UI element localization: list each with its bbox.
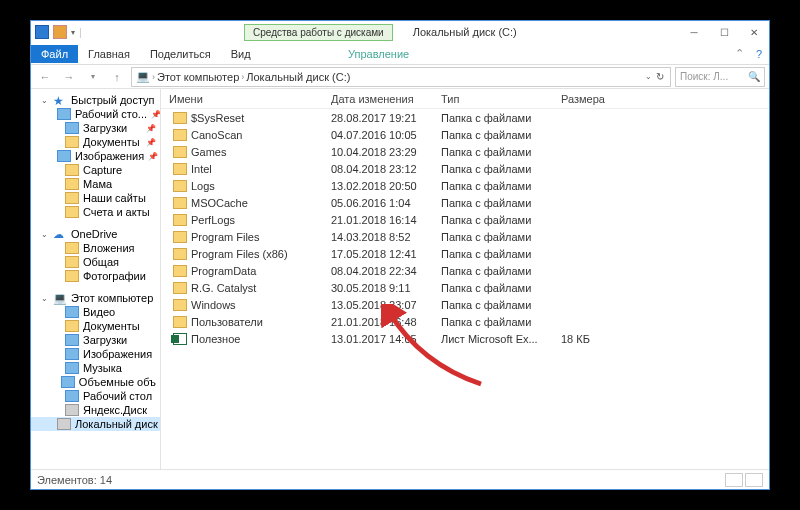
sidebar-item-label: Рабочий сто... (75, 108, 147, 120)
minimize-button[interactable]: ─ (679, 21, 709, 43)
ribbon-collapse-icon[interactable]: ⌃ (729, 44, 749, 64)
sidebar-group[interactable]: ⌄💻Этот компьютер (31, 291, 160, 305)
refresh-icon[interactable]: ↻ (654, 71, 666, 82)
table-row[interactable]: MSOCache05.06.2016 1:04Папка с файлами (161, 194, 769, 211)
column-date[interactable]: Дата изменения (331, 93, 441, 105)
file-list[interactable]: $SysReset28.08.2017 19:21Папка с файлами… (161, 109, 769, 469)
sidebar-item-label: Объемные объ (79, 376, 156, 388)
sidebar-item[interactable]: Музыка (31, 361, 160, 375)
folder-icon (65, 320, 79, 332)
properties-icon[interactable] (35, 25, 49, 39)
table-row[interactable]: Program Files (x86)17.05.2018 12:41Папка… (161, 245, 769, 262)
sidebar-item[interactable]: Вложения (31, 241, 160, 255)
expand-icon[interactable]: ⌄ (41, 96, 49, 105)
sidebar-item[interactable]: Изображения (31, 347, 160, 361)
sidebar-item[interactable]: Локальный диск (31, 417, 160, 431)
sidebar[interactable]: ⌄★Быстрый доступРабочий сто...📌Загрузки📌… (31, 89, 161, 469)
sidebar-item-label: Документы (83, 136, 140, 148)
sidebar-item[interactable]: Загрузки📌 (31, 121, 160, 135)
file-name: $SysReset (191, 112, 244, 124)
sidebar-item[interactable]: Capture (31, 163, 160, 177)
table-row[interactable]: $SysReset28.08.2017 19:21Папка с файлами (161, 109, 769, 126)
ribbon-context-tab[interactable]: Средства работы с дисками (244, 24, 393, 41)
sidebar-item-label: Изображения (83, 348, 152, 360)
sidebar-item[interactable]: Документы (31, 319, 160, 333)
sidebar-item[interactable]: Общая (31, 255, 160, 269)
sidebar-item-label: Видео (83, 306, 115, 318)
sidebar-item-label: Рабочий стол (83, 390, 152, 402)
table-row[interactable]: Intel08.04.2018 23:12Папка с файлами (161, 160, 769, 177)
close-button[interactable]: ✕ (739, 21, 769, 43)
sidebar-group[interactable]: ⌄☁OneDrive (31, 227, 160, 241)
file-type: Папка с файлами (441, 129, 561, 141)
sidebar-item[interactable]: Рабочий сто...📌 (31, 107, 160, 121)
sidebar-item[interactable]: Видео (31, 305, 160, 319)
tab-view[interactable]: Вид (221, 45, 261, 63)
column-size[interactable]: Размера (561, 93, 631, 105)
maximize-button[interactable]: ☐ (709, 21, 739, 43)
tab-file[interactable]: Файл (31, 45, 78, 63)
blue-icon (65, 362, 79, 374)
pin-icon: 📌 (146, 138, 156, 147)
blue-icon (65, 348, 79, 360)
folder-icon (173, 299, 187, 311)
sidebar-item[interactable]: Мама (31, 177, 160, 191)
table-row[interactable]: PerfLogs21.01.2018 16:14Папка с файлами (161, 211, 769, 228)
sidebar-group[interactable]: ⌄★Быстрый доступ (31, 93, 160, 107)
file-type: Папка с файлами (441, 265, 561, 277)
sidebar-item[interactable]: Изображения📌 (31, 149, 160, 163)
search-input[interactable]: Поиск: Л... 🔍 (675, 67, 765, 87)
column-name[interactable]: Имени (161, 93, 331, 105)
column-type[interactable]: Тип (441, 93, 561, 105)
sidebar-item[interactable]: Яндекс.Диск (31, 403, 160, 417)
sidebar-item-label: Вложения (83, 242, 135, 254)
expand-icon[interactable]: ⌄ (41, 230, 49, 239)
titlebar: ▾ | Средства работы с дисками Локальный … (31, 21, 769, 43)
table-row[interactable]: R.G. Catalyst30.05.2018 9:11Папка с файл… (161, 279, 769, 296)
sidebar-item-label: Музыка (83, 362, 122, 374)
sidebar-item-label: Изображения (75, 150, 144, 162)
tab-share[interactable]: Поделиться (140, 45, 221, 63)
tab-manage[interactable]: Управление (338, 45, 419, 63)
qat-dropdown-icon[interactable]: ▾ (71, 28, 75, 37)
sidebar-item[interactable]: Рабочий стол (31, 389, 160, 403)
sidebar-item[interactable]: Наши сайты (31, 191, 160, 205)
address-bar[interactable]: 💻 › Этот компьютер › Локальный диск (C:)… (131, 67, 671, 87)
recent-dropdown-icon[interactable]: ▾ (83, 67, 103, 87)
back-button[interactable]: ← (35, 67, 55, 87)
help-icon[interactable]: ? (749, 44, 769, 64)
table-row[interactable]: Program Files14.03.2018 8:52Папка с файл… (161, 228, 769, 245)
chevron-right-icon[interactable]: › (241, 72, 244, 82)
table-row[interactable]: CanoScan04.07.2016 10:05Папка с файлами (161, 126, 769, 143)
details-view-button[interactable] (725, 473, 743, 487)
breadcrumb-drive-c[interactable]: Локальный диск (C:) (246, 71, 350, 83)
sidebar-item-label: Яндекс.Диск (83, 404, 147, 416)
folder-icon (173, 112, 187, 124)
breadcrumb-this-pc[interactable]: Этот компьютер (157, 71, 239, 83)
folder-icon (173, 214, 187, 226)
table-row[interactable]: Games10.04.2018 23:29Папка с файлами (161, 143, 769, 160)
sidebar-item-label: Capture (83, 164, 122, 176)
pin-icon: 📌 (146, 124, 156, 133)
sidebar-item[interactable]: Счета и акты (31, 205, 160, 219)
address-dropdown-icon[interactable]: ⌄ (645, 72, 652, 81)
expand-icon[interactable]: ⌄ (41, 294, 49, 303)
table-row[interactable]: Logs13.02.2018 20:50Папка с файлами (161, 177, 769, 194)
window-controls: ─ ☐ ✕ (679, 21, 769, 43)
sidebar-item[interactable]: Объемные объ (31, 375, 160, 389)
sidebar-item-label: Мама (83, 178, 112, 190)
forward-button[interactable]: → (59, 67, 79, 87)
file-name: Logs (191, 180, 215, 192)
folder-icon[interactable] (53, 25, 67, 39)
large-icons-view-button[interactable] (745, 473, 763, 487)
file-name: Windows (191, 299, 236, 311)
folder-icon (173, 197, 187, 209)
sidebar-item[interactable]: Фотографии (31, 269, 160, 283)
table-row[interactable]: ProgramData08.04.2018 22:34Папка с файла… (161, 262, 769, 279)
sidebar-item[interactable]: Загрузки (31, 333, 160, 347)
chevron-right-icon[interactable]: › (152, 72, 155, 82)
up-button[interactable]: ↑ (107, 67, 127, 87)
tab-home[interactable]: Главная (78, 45, 140, 63)
sidebar-item[interactable]: Документы📌 (31, 135, 160, 149)
file-name: Intel (191, 163, 212, 175)
